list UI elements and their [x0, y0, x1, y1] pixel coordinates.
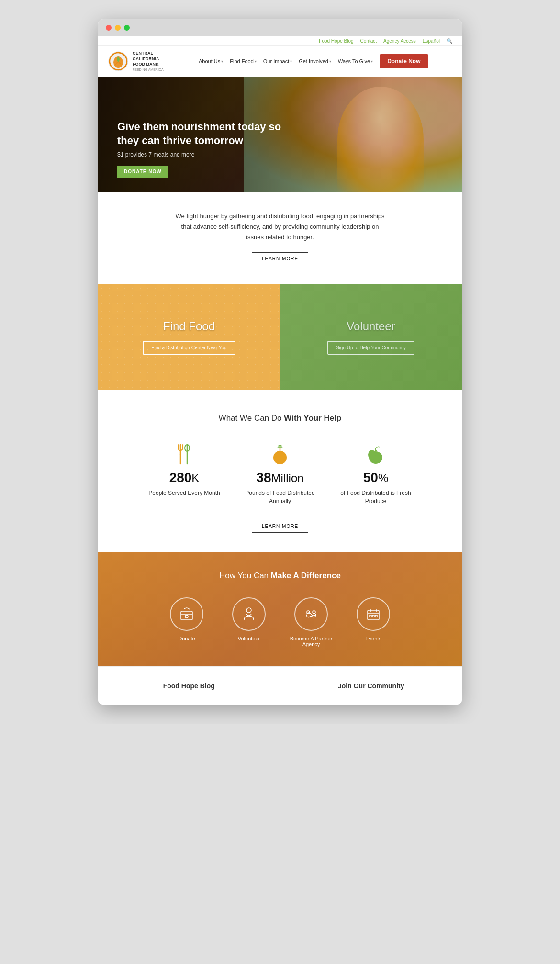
nav-food-hope-blog[interactable]: Food Hope Blog: [319, 38, 353, 44]
mission-section: We fight hunger by gathering and distrib…: [98, 192, 462, 284]
utility-nav: Food Hope Blog Contact Agency Access Esp…: [98, 36, 462, 46]
maximize-dot[interactable]: [124, 25, 130, 31]
hero-section: Give them nourishment today so they can …: [98, 77, 462, 192]
nav-find-food[interactable]: Find Food: [230, 58, 257, 64]
events-label: Events: [365, 636, 381, 641]
split-section: Find Food Find a Distribution Center Nea…: [98, 284, 462, 390]
diff-donate[interactable]: Donate: [163, 597, 211, 647]
nav-our-impact[interactable]: Our Impact: [263, 58, 292, 64]
mission-learn-more-button[interactable]: LEARN MORE: [252, 252, 308, 265]
stats-learn-more-button[interactable]: LEARN MORE: [252, 520, 308, 533]
stat-number-pounds: 38Million: [256, 470, 303, 485]
donate-circle-icon: [170, 597, 203, 631]
svg-rect-15: [181, 611, 192, 620]
diff-events[interactable]: Events: [349, 597, 397, 647]
fork-spoon-icon: [175, 442, 194, 466]
nav-links: About Us Find Food Our Impact Get Involv…: [199, 54, 452, 68]
stat-people-served: 280K People Served Every Month: [146, 442, 223, 505]
stats-title: What We Can Do With Your Help: [108, 414, 452, 423]
volunteer-label: Volunteer: [238, 636, 260, 641]
volunteer-panel: Volunteer Sign Up to Help Your Community: [280, 284, 462, 390]
svg-rect-24: [370, 615, 371, 617]
svg-point-17: [246, 608, 251, 613]
apple-icon: [365, 442, 386, 466]
diff-volunteer[interactable]: Volunteer: [225, 597, 273, 647]
mission-text: We fight hunger by gathering and distrib…: [175, 211, 385, 243]
svg-point-16: [185, 615, 188, 618]
logo-area[interactable]: CENTRAL CALIFORNIA FOOD BANK FEEDING AME…: [108, 51, 184, 72]
nav-espanol[interactable]: Español: [423, 38, 440, 44]
donate-label: Donate: [178, 636, 195, 641]
footer-blog[interactable]: Food Hope Blog: [98, 666, 280, 705]
hero-donate-button[interactable]: DONATE NOW: [117, 166, 168, 178]
hero-subtitle: $1 provides 7 meals and more: [117, 151, 296, 158]
nav-get-involved[interactable]: Get Involved: [299, 58, 331, 64]
partner-circle-icon: [294, 597, 328, 631]
hero-content: Give them nourishment today so they can …: [117, 120, 296, 178]
browser-bar: [98, 19, 462, 36]
donate-now-button[interactable]: Donate Now: [380, 54, 428, 68]
difference-icons: Donate Volunteer: [108, 597, 452, 647]
footer-community[interactable]: Join Our Community: [280, 666, 462, 705]
nav-agency-access[interactable]: Agency Access: [383, 38, 416, 44]
nav-about-us[interactable]: About Us: [199, 58, 223, 64]
stats-section: What We Can Do With Your Help: [98, 390, 462, 552]
stats-grid: 280K People Served Every Month 38Million…: [108, 442, 452, 505]
stat-label-people: People Served Every Month: [148, 489, 220, 497]
stat-fresh-produce: 50% of Food Distributed is Fresh Produce: [337, 442, 414, 505]
difference-title: How You Can Make A Difference: [108, 571, 452, 581]
stat-number-people: 280K: [169, 470, 200, 485]
wheat-bag-icon: [269, 442, 291, 466]
browser-window: Food Hope Blog Contact Agency Access Esp…: [98, 19, 462, 705]
difference-section: How You Can Make A Difference Donate: [98, 552, 462, 666]
find-food-panel: Find Food Find a Distribution Center Nea…: [98, 284, 280, 390]
svg-point-19: [313, 611, 315, 614]
partner-label: Become A Partner Agency: [287, 636, 335, 647]
search-icon[interactable]: 🔍: [447, 38, 452, 44]
events-circle-icon: [357, 597, 390, 631]
svg-rect-26: [375, 615, 377, 617]
volunteer-circle-icon: [232, 597, 266, 631]
diff-partner[interactable]: Become A Partner Agency: [287, 597, 335, 647]
svg-point-18: [307, 611, 310, 614]
nav-ways-to-give[interactable]: Ways To Give: [338, 58, 373, 64]
footer-hint: Food Hope Blog Join Our Community: [98, 666, 462, 705]
close-dot[interactable]: [106, 25, 112, 31]
svg-point-10: [273, 451, 287, 464]
stat-label-fresh: of Food Distributed is Fresh Produce: [337, 489, 414, 505]
main-nav: CENTRAL CALIFORNIA FOOD BANK FEEDING AME…: [98, 46, 462, 77]
stat-number-fresh: 50%: [363, 470, 389, 485]
hero-title: Give them nourishment today so they can …: [117, 120, 296, 147]
svg-rect-25: [372, 615, 374, 617]
nav-contact[interactable]: Contact: [360, 38, 377, 44]
logo-icon: [108, 51, 129, 72]
stat-pounds-food: 38Million Pounds of Food Distributed Ann…: [242, 442, 318, 505]
stat-label-pounds: Pounds of Food Distributed Annually: [242, 489, 318, 505]
logo-text: CENTRAL CALIFORNIA FOOD BANK FEEDING AME…: [133, 51, 164, 72]
minimize-dot[interactable]: [115, 25, 121, 31]
